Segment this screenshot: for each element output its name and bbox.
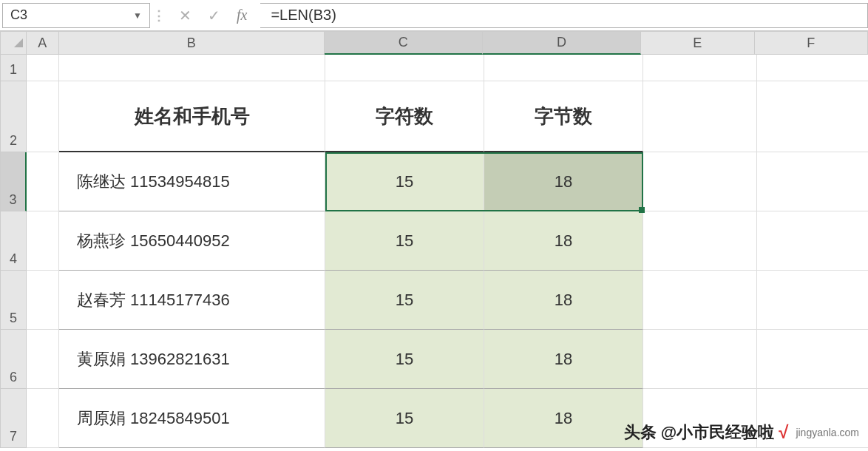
cell-e5[interactable] bbox=[643, 271, 757, 330]
cell-f6[interactable] bbox=[757, 330, 868, 389]
cell-d3[interactable]: 18 bbox=[484, 152, 643, 211]
cell-e2[interactable] bbox=[643, 81, 757, 152]
cell-d5[interactable]: 18 bbox=[484, 271, 643, 330]
cell-a4[interactable] bbox=[27, 211, 59, 271]
cell-e3[interactable] bbox=[643, 152, 757, 211]
cell-c7[interactable]: 15 bbox=[325, 389, 484, 448]
formula-actions: ✕ ✓ fx bbox=[166, 7, 260, 24]
name-box[interactable]: C3 ▼ bbox=[2, 3, 150, 28]
select-all-corner[interactable] bbox=[0, 31, 27, 55]
row-header-1[interactable]: 1 bbox=[0, 55, 27, 81]
cancel-icon[interactable]: ✕ bbox=[179, 7, 191, 24]
formula-text: =LEN(B3) bbox=[271, 7, 336, 24]
row-header-6[interactable]: 6 bbox=[0, 330, 27, 389]
cell-e1[interactable] bbox=[643, 55, 757, 81]
cell-f3[interactable] bbox=[757, 152, 868, 211]
cell-f1[interactable] bbox=[757, 55, 868, 81]
row-header-4[interactable]: 4 bbox=[0, 211, 27, 271]
cell-d7[interactable]: 18 bbox=[484, 389, 643, 448]
accept-icon[interactable]: ✓ bbox=[208, 7, 220, 24]
cell-d4[interactable]: 18 bbox=[484, 211, 643, 271]
cell-d1[interactable] bbox=[484, 55, 643, 81]
watermark-site: jingyanla.com bbox=[796, 427, 859, 438]
cell-c4[interactable]: 15 bbox=[325, 211, 484, 271]
row-header-5[interactable]: 5 bbox=[0, 271, 27, 330]
cell-a7[interactable] bbox=[27, 389, 59, 448]
cell-a3[interactable] bbox=[27, 152, 59, 211]
row-headers: 1 2 3 4 5 6 7 bbox=[0, 55, 27, 448]
col-header-d[interactable]: D bbox=[483, 31, 641, 55]
cell-a5[interactable] bbox=[27, 271, 59, 330]
cell-d6[interactable]: 18 bbox=[484, 330, 643, 389]
formula-bar: C3 ▼ ⋮ ✕ ✓ fx =LEN(B3) bbox=[0, 0, 868, 31]
cell-c5[interactable]: 15 bbox=[325, 271, 484, 330]
cell-a2[interactable] bbox=[27, 81, 59, 152]
watermark: 头条 @小市民经验啦 √ jingyanla.com bbox=[624, 421, 859, 444]
cell-a6[interactable] bbox=[27, 330, 59, 389]
cell-b4[interactable]: 杨燕珍 15650440952 bbox=[59, 211, 325, 271]
cell-e6[interactable] bbox=[643, 330, 757, 389]
col-header-e[interactable]: E bbox=[641, 31, 754, 55]
cell-c6[interactable]: 15 bbox=[325, 330, 484, 389]
formula-input[interactable]: =LEN(B3) bbox=[260, 3, 868, 28]
cell-a1[interactable] bbox=[27, 55, 59, 81]
triangle-icon bbox=[14, 38, 23, 47]
cell-b5[interactable]: 赵春芳 11145177436 bbox=[59, 271, 325, 330]
cell-reference: C3 bbox=[10, 7, 27, 23]
col-header-a[interactable]: A bbox=[27, 31, 59, 55]
cell-c2-header[interactable]: 字符数 bbox=[325, 81, 484, 152]
dropdown-arrow-icon[interactable]: ▼ bbox=[133, 10, 142, 21]
cell-f4[interactable] bbox=[757, 211, 868, 271]
cell-f5[interactable] bbox=[757, 271, 868, 330]
cell-c3[interactable]: 15 bbox=[325, 152, 484, 211]
divider: ⋮ bbox=[152, 7, 166, 24]
row-header-3[interactable]: 3 bbox=[0, 152, 27, 211]
row-header-2[interactable]: 2 bbox=[0, 81, 27, 152]
cell-b7[interactable]: 周原娟 18245849501 bbox=[59, 389, 325, 448]
watermark-text: 头条 @小市民经验啦 bbox=[624, 421, 775, 444]
col-header-f[interactable]: F bbox=[755, 31, 868, 55]
cell-b1[interactable] bbox=[59, 55, 325, 81]
cell-b6[interactable]: 黄原娟 13962821631 bbox=[59, 330, 325, 389]
cell-b2-header[interactable]: 姓名和手机号 bbox=[59, 81, 325, 152]
col-header-b[interactable]: B bbox=[59, 31, 325, 55]
fx-icon[interactable]: fx bbox=[237, 7, 247, 24]
cell-e4[interactable] bbox=[643, 211, 757, 271]
row-header-7[interactable]: 7 bbox=[0, 389, 27, 448]
spreadsheet-grid: A B C D E F 1 2 3 4 5 6 7 bbox=[0, 31, 868, 448]
cell-d2-header[interactable]: 字节数 bbox=[484, 81, 643, 152]
cell-f2[interactable] bbox=[757, 81, 868, 152]
checkmark-icon: √ bbox=[779, 422, 788, 443]
cell-b3[interactable]: 陈继达 11534954815 bbox=[59, 152, 325, 211]
cell-grid: 姓名和手机号 字符数 字节数 陈继达 11534954815 15 18 杨燕珍… bbox=[27, 55, 868, 448]
column-headers: A B C D E F bbox=[0, 31, 868, 55]
col-header-c[interactable]: C bbox=[325, 31, 483, 55]
cell-c1[interactable] bbox=[325, 55, 484, 81]
